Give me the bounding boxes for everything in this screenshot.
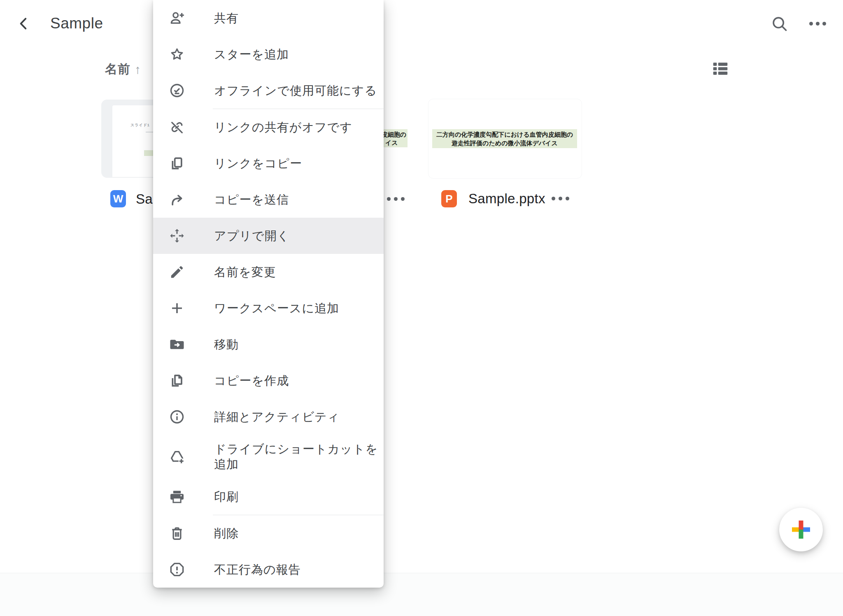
page-title: Sample <box>50 15 103 32</box>
menu-item-label: ドライブにショートカットを 追加 <box>214 442 378 472</box>
pencil-icon <box>169 264 185 280</box>
menu-item-label: コピーを作成 <box>214 373 289 388</box>
open-with-icon <box>169 228 185 244</box>
highlight-text-line: 二方向の化学濃度勾配下における血管内皮細胞の <box>436 130 573 139</box>
more-horizontal-icon <box>552 197 555 200</box>
menu-item-add-star[interactable]: スターを追加 <box>153 36 384 72</box>
bottom-navigation-bar <box>0 573 843 616</box>
menu-item-label: リンクをコピー <box>214 156 302 171</box>
file-tile3-highlight-text: 二方向の化学濃度勾配下における血管内皮細胞の 遊走性評価のための微小流体デバイス <box>432 129 577 148</box>
menu-item-share[interactable]: 共有 <box>153 0 384 36</box>
back-button[interactable] <box>14 12 34 34</box>
copy-icon <box>169 155 185 172</box>
search-icon <box>770 14 788 33</box>
delete-icon <box>169 525 185 542</box>
menu-item-label: 詳細とアクティビティ <box>214 409 340 425</box>
print-icon <box>169 488 185 505</box>
menu-item-rename[interactable]: 名前を変更 <box>153 254 384 290</box>
sort-label: 名前 <box>105 61 130 78</box>
file-copy-icon <box>169 372 185 389</box>
menu-item-label: 印刷 <box>214 489 239 504</box>
menu-item-details-activity[interactable]: 詳細とアクティビティ <box>153 399 384 435</box>
menu-item-delete[interactable]: 削除 <box>153 515 384 551</box>
menu-item-move[interactable]: 移動 <box>153 326 384 363</box>
folder-move-icon <box>169 336 185 353</box>
menu-item-open-with-app[interactable]: アプリで開く <box>153 218 384 254</box>
menu-item-send-copy[interactable]: コピーを送信 <box>153 181 384 218</box>
thumbnail-heading: スライド1 <box>130 123 150 128</box>
more-horizontal-icon <box>809 22 813 26</box>
chevron-left-icon <box>17 13 31 33</box>
send-copy-icon <box>169 191 185 208</box>
sort-button[interactable]: 名前 ↑ <box>105 61 141 78</box>
file-name: Sample.pptx <box>468 191 545 207</box>
file-tile3-more-button[interactable] <box>552 197 569 200</box>
menu-item-add-shortcut-to-drive[interactable]: ドライブにショートカットを 追加 <box>153 435 384 479</box>
create-new-fab[interactable] <box>779 508 823 551</box>
plus-icon <box>169 300 185 316</box>
drive-shortcut-icon <box>169 449 185 465</box>
highlight-text-line: 遊走性評価のための微小流体デバイス <box>452 139 558 147</box>
menu-item-label: コピーを送信 <box>214 192 289 207</box>
search-button[interactable] <box>770 14 788 33</box>
person-add-icon <box>169 10 185 26</box>
file-context-menu: 共有 スターを追加 オフラインで使用可能にする <box>153 0 384 588</box>
menu-item-label: 移動 <box>214 337 239 352</box>
menu-item-print[interactable]: 印刷 <box>153 479 384 515</box>
menu-item-label: ワークスペースに追加 <box>214 301 339 316</box>
menu-item-available-offline[interactable]: オフラインで使用可能にする <box>153 72 384 109</box>
menu-item-report-abuse[interactable]: 不正行為の報告 <box>153 551 384 588</box>
menu-item-label: リンクの共有がオフです <box>214 120 352 135</box>
menu-item-add-to-workspace[interactable]: ワークスペースに追加 <box>153 290 384 326</box>
powerpoint-file-badge: P <box>441 190 457 207</box>
word-file-badge: W <box>110 190 126 207</box>
offline-pin-icon <box>169 82 185 99</box>
menu-item-label: 削除 <box>214 526 239 541</box>
menu-item-link-sharing-off[interactable]: リンクの共有がオフです <box>153 109 384 145</box>
more-horizontal-icon <box>387 197 391 201</box>
menu-item-label: スターを追加 <box>214 47 289 62</box>
google-plus-icon <box>791 520 811 539</box>
overflow-menu-button[interactable] <box>809 17 832 30</box>
list-view-icon <box>712 61 729 77</box>
sort-ascending-icon: ↑ <box>135 63 141 77</box>
star-icon <box>169 46 185 63</box>
info-icon <box>169 409 185 425</box>
menu-item-make-copy[interactable]: コピーを作成 <box>153 363 384 399</box>
menu-item-label: 共有 <box>214 11 239 26</box>
list-view-toggle-button[interactable] <box>712 61 729 77</box>
menu-item-label: オフラインで使用可能にする <box>214 83 377 98</box>
report-icon <box>169 561 185 578</box>
file-tile2-more-button[interactable] <box>387 197 405 201</box>
file-name: Sa <box>136 191 153 207</box>
menu-item-label: 名前を変更 <box>214 265 276 280</box>
menu-item-label: アプリで開く <box>214 228 289 244</box>
menu-item-label: 不正行為の報告 <box>214 562 301 577</box>
highlight-text-fragment: イス <box>385 139 398 147</box>
link-off-icon <box>169 119 185 135</box>
highlight-text-fragment: 皮細胞の <box>382 131 406 139</box>
menu-item-copy-link[interactable]: リンクをコピー <box>153 145 384 181</box>
